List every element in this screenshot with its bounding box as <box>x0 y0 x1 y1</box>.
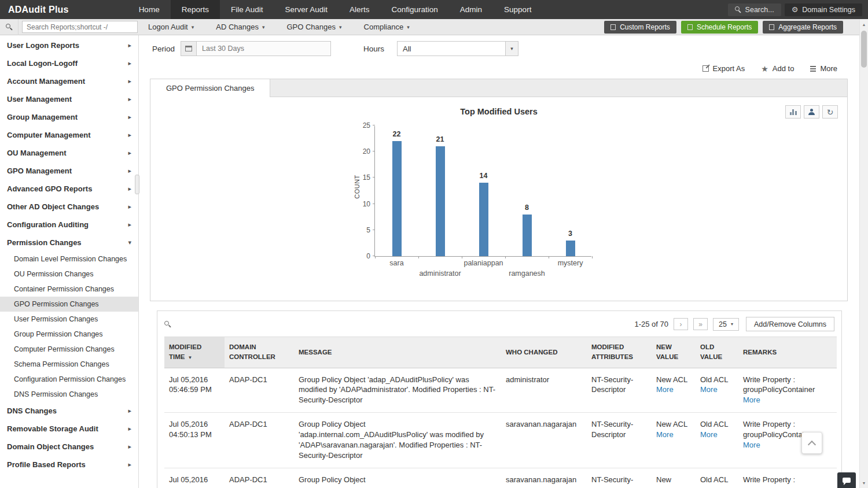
cell-new-value-more-link[interactable]: More <box>656 430 691 440</box>
domain-settings-button[interactable]: ⚙ Domain Settings <box>785 3 862 16</box>
topnav-item-configuration[interactable]: Configuration <box>381 0 449 19</box>
chat-button[interactable] <box>837 472 856 488</box>
sidebar-subitem-schema-permission-changes[interactable]: Schema Permission Changes <box>0 357 138 372</box>
sidebar-item-user-logon-reports[interactable]: User Logon Reports▸ <box>0 36 138 54</box>
sidebar-collapse-handle[interactable] <box>135 175 139 194</box>
app-logo[interactable]: ADAudit Plus <box>0 0 77 19</box>
sidebar-subitem-group-permission-changes[interactable]: Group Permission Changes <box>0 327 138 342</box>
sidebar-item-computer-management[interactable]: Computer Management▸ <box>0 126 138 144</box>
chart-bar-palaniappan[interactable] <box>479 183 488 256</box>
sidebar-subitem-configuration-permission-changes[interactable]: Configuration Permission Changes <box>0 372 138 387</box>
scroll-up-arrow-icon[interactable]: ▲ <box>860 20 868 28</box>
sidebar-item-advanced-gpo-reports[interactable]: Advanced GPO Reports▸ <box>0 180 138 198</box>
sidebar-subitem-dns-permission-changes[interactable]: DNS Permission Changes <box>0 387 138 402</box>
custom-reports-button[interactable]: Custom Reports <box>604 21 676 34</box>
topnav-item-admin[interactable]: Admin <box>449 0 493 19</box>
chevron-right-icon: ▸ <box>128 113 131 121</box>
sidebar-item-removable-storage-audit[interactable]: Removable Storage Audit▸ <box>0 420 138 438</box>
table-row[interactable]: Jul 05,2016 05:46:59 PMADAP-DC1Group Pol… <box>164 368 837 413</box>
menu-ad-changes[interactable]: AD Changes▾ <box>216 23 264 31</box>
chevron-down-icon: ▾ <box>407 24 410 30</box>
last-page-icon: » <box>698 320 703 328</box>
chart-refresh-button[interactable]: ↻ <box>822 105 838 119</box>
sidebar-item-other-ad-object-changes[interactable]: Other AD Object Changes▸ <box>0 198 138 216</box>
sidebar-item-domain-object-changes[interactable]: Domain Object Changes▸ <box>0 438 138 456</box>
aggregate-reports-icon <box>769 24 774 30</box>
aggregate-reports-button[interactable]: Aggregate Reports <box>763 21 843 34</box>
last-page-button[interactable]: » <box>693 318 708 330</box>
column-header-who-changed[interactable]: WHO CHANGED <box>501 337 587 368</box>
sidebar-subitem-container-permission-changes[interactable]: Container Permission Changes <box>0 282 138 297</box>
cell-old-value-more-link[interactable]: More <box>700 430 734 440</box>
sidebar-subitem-user-permission-changes[interactable]: User Permission Changes <box>0 312 138 327</box>
topnav-item-reports[interactable]: Reports <box>171 0 220 19</box>
export-as-button[interactable]: Export As <box>703 64 745 73</box>
column-header-remarks[interactable]: REMARKS <box>738 337 837 368</box>
column-header-old-value[interactable]: OLD VALUE <box>696 337 738 368</box>
cell-message: Group Policy Object 'adap_ADAuditPlusPol… <box>294 368 501 413</box>
sidebar-item-user-management[interactable]: User Management▸ <box>0 90 138 108</box>
cell-new-value-more-link[interactable]: More <box>656 385 691 395</box>
vertical-scrollbar[interactable]: ▲ ▼ <box>859 19 868 488</box>
page-size-select[interactable]: 25 ▾ <box>713 318 739 331</box>
column-header-modified-time[interactable]: MODIFIED TIME▼ <box>164 337 225 368</box>
sidebar-item-group-management[interactable]: Group Management▸ <box>0 108 138 126</box>
chart-type-button[interactable] <box>785 105 801 119</box>
menu-label: Compliance <box>364 23 404 31</box>
schedule-reports-button[interactable]: Schedule Reports <box>681 21 758 34</box>
cell-old-value-text: Old ACL <box>700 375 728 384</box>
tab-gpo-permission-changes[interactable]: GPO Permission Changes <box>150 79 270 97</box>
period-input[interactable] <box>197 41 331 56</box>
report-search-icon-button[interactable] <box>0 19 19 35</box>
cell-remarks-more-link[interactable]: More <box>743 395 832 405</box>
table-row[interactable]: Jul 05,2016ADAP-DC1Group Policy Objectsa… <box>164 468 837 488</box>
chevron-right-icon: ▸ <box>128 185 131 193</box>
more-button[interactable]: More <box>810 64 837 73</box>
chevron-right-icon: ▸ <box>128 203 131 210</box>
topnav-item-support[interactable]: Support <box>493 0 542 19</box>
sidebar-subitem-domain-level-permission-changes[interactable]: Domain Level Permission Changes <box>0 252 138 267</box>
add-to-button[interactable]: ★ Add to <box>761 64 794 73</box>
table-row[interactable]: Jul 05,2016 04:50:13 PMADAP-DC1Group Pol… <box>164 413 837 468</box>
sidebar-item-gpo-management[interactable]: GPO Management▸ <box>0 162 138 180</box>
sidebar-item-profile-based-reports[interactable]: Profile Based Reports▸ <box>0 456 138 474</box>
scroll-to-top-button[interactable] <box>801 432 822 454</box>
hours-select[interactable]: All ▾ <box>397 41 518 56</box>
sidebar-item-ou-management[interactable]: OU Management▸ <box>0 144 138 162</box>
cell-old-value: Old ACL <box>696 468 738 488</box>
sidebar-subitem-gpo-permission-changes[interactable]: GPO Permission Changes <box>0 297 138 312</box>
chart-bar-ramganesh[interactable] <box>523 215 532 256</box>
chart-bar-mystery[interactable] <box>566 241 575 256</box>
topnav-item-server-audit[interactable]: Server Audit <box>274 0 339 19</box>
scroll-down-arrow-icon[interactable]: ▼ <box>860 479 868 487</box>
column-header-domain-controller[interactable]: DOMAIN CONTROLLER <box>225 337 294 368</box>
topnav-item-home[interactable]: Home <box>128 0 171 19</box>
column-header-new-value[interactable]: NEW VALUE <box>652 337 696 368</box>
table-search-icon[interactable] <box>164 321 171 327</box>
global-search-button[interactable]: Search... <box>728 3 781 16</box>
sidebar-item-permission-changes[interactable]: Permission Changes▾ <box>0 234 138 252</box>
column-header-label: OLD VALUE <box>700 343 722 360</box>
chart-bar-administrator[interactable] <box>436 146 445 256</box>
menu-gpo-changes[interactable]: GPO Changes▾ <box>286 23 341 31</box>
topnav-item-alerts[interactable]: Alerts <box>339 0 381 19</box>
calendar-button[interactable] <box>181 41 197 56</box>
topnav-item-file-audit[interactable]: File Audit <box>220 0 274 19</box>
column-header-modified-attributes[interactable]: MODIFIED ATTRIBUTES <box>587 337 652 368</box>
sidebar-item-account-management[interactable]: Account Management▸ <box>0 72 138 90</box>
sidebar-item-local-logon-logoff[interactable]: Local Logon-Logoff▸ <box>0 54 138 72</box>
menu-logon-audit[interactable]: Logon Audit▾ <box>148 23 194 31</box>
sidebar-item-configuration-auditing[interactable]: Configuration Auditing▸ <box>0 216 138 234</box>
sidebar-subitem-computer-permission-changes[interactable]: Computer Permission Changes <box>0 342 138 357</box>
sidebar-subitem-ou-permission-changes[interactable]: OU Permission Changes <box>0 267 138 282</box>
add-remove-columns-button[interactable]: Add/Remove Columns <box>746 317 834 331</box>
scrollbar-thumb[interactable] <box>861 31 867 68</box>
chart-users-button[interactable] <box>804 105 819 119</box>
report-search-input[interactable] <box>22 21 138 33</box>
sidebar-item-dns-changes[interactable]: DNS Changes▸ <box>0 402 138 420</box>
next-page-button[interactable]: › <box>674 318 688 330</box>
chart-bar-sara[interactable] <box>392 141 402 256</box>
cell-old-value-more-link[interactable]: More <box>700 385 734 395</box>
column-header-message[interactable]: MESSAGE <box>294 337 501 368</box>
menu-compliance[interactable]: Compliance▾ <box>364 23 410 31</box>
